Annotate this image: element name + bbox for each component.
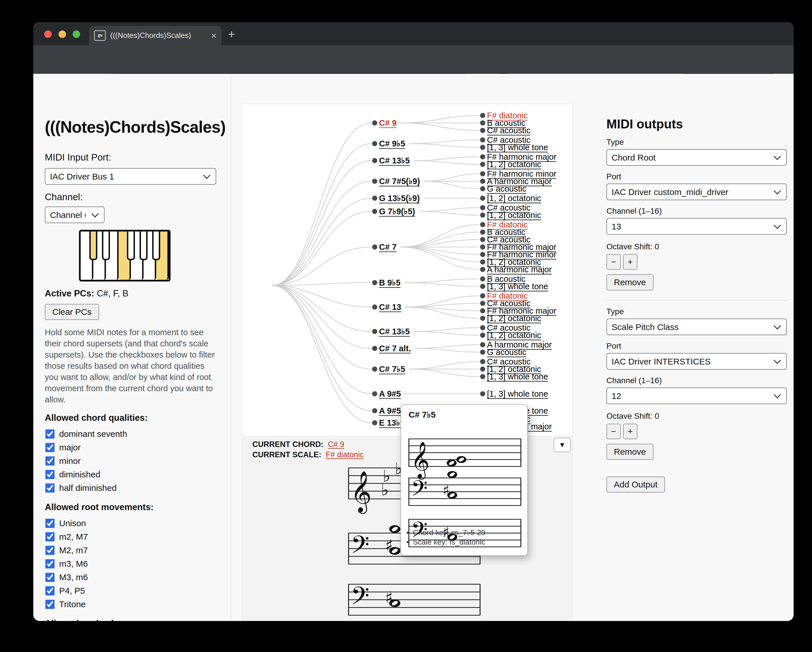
checkbox-label: major bbox=[59, 443, 81, 452]
node-dot bbox=[480, 333, 485, 338]
clear-pcs-button[interactable]: Clear PCs bbox=[45, 304, 99, 320]
browser-tab[interactable]: ((N (((Notes)Chords)Scales) × bbox=[89, 26, 222, 45]
tree-chord-g-7-9-5-[interactable]: G 7♭9(♭5) bbox=[379, 206, 415, 216]
tree-scale-g-acoustic[interactable]: G acoustic bbox=[487, 348, 526, 357]
channel-select[interactable]: Channel 6 bbox=[45, 206, 105, 223]
octave-plus-button[interactable]: + bbox=[623, 424, 637, 439]
node-dot bbox=[372, 329, 377, 334]
node-dot bbox=[480, 205, 485, 210]
octave-minus-button[interactable]: − bbox=[606, 254, 621, 270]
tree-chord-c-9-5[interactable]: C# 9♭5 bbox=[379, 139, 405, 148]
chord-quality-minor[interactable]: minor bbox=[45, 454, 219, 467]
tree-scale--1-2-octatonic[interactable]: [1, 2] octatonic bbox=[487, 211, 541, 220]
checkbox[interactable] bbox=[45, 573, 55, 582]
tree-chord-c-7-5[interactable]: C# 7♭5 bbox=[379, 364, 405, 374]
tab-close-icon[interactable]: × bbox=[211, 31, 217, 40]
midi-outputs-heading: MIDI outputs bbox=[606, 117, 787, 131]
checkbox[interactable] bbox=[45, 519, 55, 528]
node-dot bbox=[480, 252, 485, 257]
checkbox[interactable] bbox=[45, 546, 55, 555]
tree-scale-g-acoustic[interactable]: G acoustic bbox=[487, 184, 526, 194]
current-scale-link[interactable]: F# diatonic bbox=[326, 450, 364, 459]
output-type-select[interactable]: Scale Pitch Class bbox=[606, 319, 787, 335]
tree-chord-c-13-5[interactable]: C# 13♭5 bbox=[379, 156, 410, 165]
output-channel-select[interactable]: 13 bbox=[606, 218, 787, 235]
tree-chord-a-9-5[interactable]: A 9#5 bbox=[379, 389, 401, 399]
output-port-select[interactable]: IAC Driver custom_midi_driver bbox=[606, 183, 787, 200]
root-movement-p4-p5[interactable]: P4, P5 bbox=[45, 584, 219, 597]
tree-scale--1-3-whole-tone[interactable]: [1, 3] whole tone bbox=[487, 389, 548, 399]
tree-chord-c-9[interactable]: C# 9 bbox=[379, 118, 397, 128]
checkbox[interactable] bbox=[45, 470, 55, 479]
tree-scale-a-harmonic-major[interactable]: A harmonic major bbox=[487, 265, 552, 274]
tree-scale--1-2-octatonic[interactable]: [1, 2] octatonic bbox=[487, 194, 541, 203]
minimize-window-button[interactable] bbox=[59, 31, 66, 38]
tree-scale--1-2-octatonic[interactable]: [1, 2] octatonic bbox=[487, 160, 541, 169]
root-movement-m2-m7[interactable]: m2, M7 bbox=[45, 530, 219, 544]
add-output-button[interactable]: Add Output bbox=[606, 476, 665, 493]
root-movement-unison[interactable]: Unison bbox=[45, 516, 219, 530]
output-type-select[interactable]: Chord Root bbox=[606, 149, 787, 166]
checkbox[interactable] bbox=[45, 429, 55, 438]
remove-output-button[interactable]: Remove bbox=[606, 444, 653, 460]
output-port-select[interactable]: IAC Driver INTERSTICES bbox=[606, 353, 787, 370]
piano-key-as[interactable] bbox=[152, 232, 160, 260]
tree-scale--1-3-whole-tone[interactable]: [1, 3] whole tone bbox=[487, 372, 548, 382]
tree-scale--1-2-octatonic[interactable]: [1, 2] octatonic bbox=[487, 331, 541, 340]
midi-input-select[interactable]: IAC Driver Bus 1 bbox=[45, 168, 216, 185]
octave-minus-button[interactable]: − bbox=[606, 424, 621, 439]
chord-quality-half-diminished[interactable]: half diminished bbox=[45, 481, 219, 495]
popup-treble-staff: 𝄞 bbox=[409, 437, 521, 468]
checkbox[interactable] bbox=[45, 532, 55, 541]
node-dot bbox=[480, 154, 485, 159]
zoom-window-button[interactable] bbox=[73, 31, 80, 38]
checkbox[interactable] bbox=[45, 443, 55, 452]
piano-keyboard[interactable] bbox=[79, 230, 171, 281]
node-dot bbox=[480, 244, 485, 250]
node-dot bbox=[480, 350, 485, 355]
tree-scale--1-3-whole-tone[interactable]: [1, 3] whole tone bbox=[487, 282, 548, 291]
root-movements-heading: Allowed root movements: bbox=[45, 502, 219, 512]
collapse-panel-button[interactable]: ▼ bbox=[554, 438, 571, 452]
tree-chord-b-9-5[interactable]: B 9♭5 bbox=[379, 278, 401, 287]
new-tab-button[interactable]: + bbox=[228, 28, 235, 41]
port-label: Port bbox=[606, 172, 787, 181]
piano-key-ds[interactable] bbox=[102, 232, 110, 260]
tree-chord-c-13[interactable]: C# 13 bbox=[379, 302, 401, 312]
chord-qualities-heading: Allowed chord qualities: bbox=[45, 413, 219, 423]
current-chord-link[interactable]: C# 9 bbox=[328, 440, 344, 449]
piano-key-cs[interactable] bbox=[89, 232, 97, 260]
checkbox[interactable] bbox=[45, 457, 55, 466]
tree-chord-c-7[interactable]: C# 7 bbox=[379, 243, 397, 252]
checkbox[interactable] bbox=[45, 483, 55, 493]
checkbox-label: Tritone bbox=[59, 599, 85, 609]
chord-quality-diminished[interactable]: diminished bbox=[45, 467, 219, 481]
checkbox[interactable] bbox=[45, 559, 55, 568]
checkbox-label: m3, M6 bbox=[59, 559, 88, 569]
octave-shift-row: Octave Shift: 0 bbox=[606, 412, 787, 421]
node-dot bbox=[480, 145, 485, 150]
remove-output-button[interactable]: Remove bbox=[606, 274, 653, 290]
root-movement-m3-m6[interactable]: m3, M6 bbox=[45, 557, 219, 570]
tree-chord-g-13-5-9-[interactable]: G 13♭5(♭9) bbox=[379, 193, 420, 203]
close-window-button[interactable] bbox=[44, 31, 52, 38]
root-movement-m2-m7[interactable]: M2, m7 bbox=[45, 544, 219, 557]
node-dot bbox=[372, 346, 377, 351]
piano-key-fs[interactable] bbox=[127, 232, 135, 260]
tree-scale-c-acoustic[interactable]: C# acoustic bbox=[487, 126, 531, 135]
chord-quality-major[interactable]: major bbox=[45, 441, 219, 454]
piano-key-gs[interactable] bbox=[140, 232, 148, 260]
tree-chord-c-7-5-9-[interactable]: C# 7#5(♭9) bbox=[379, 176, 420, 186]
root-movement-tritone[interactable]: Tritone bbox=[45, 597, 219, 611]
output-channel-select[interactable]: 12 bbox=[606, 388, 787, 404]
chord-quality-dominant-seventh[interactable]: dominant seventh bbox=[45, 427, 219, 441]
tree-chord-c-13-5[interactable]: C# 13♭5 bbox=[379, 327, 410, 336]
node-dot bbox=[372, 179, 377, 184]
root-movement-m3-m6[interactable]: M3, m6 bbox=[45, 570, 219, 584]
tree-scale--1-3-whole-tone[interactable]: [1, 3] whole tone bbox=[487, 143, 548, 152]
tree-scale--1-2-octatonic[interactable]: [1, 2] octatonic bbox=[487, 314, 541, 323]
octave-plus-button[interactable]: + bbox=[623, 254, 637, 270]
checkbox[interactable] bbox=[45, 600, 55, 609]
checkbox[interactable] bbox=[45, 586, 55, 596]
tree-chord-c-7-alt-[interactable]: C# 7 alt. bbox=[379, 344, 411, 353]
